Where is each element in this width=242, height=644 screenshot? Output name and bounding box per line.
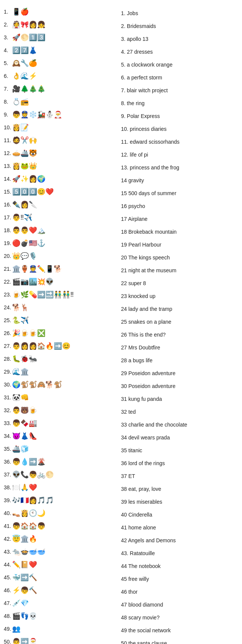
answer-text: 21 night at the museum <box>121 266 176 275</box>
answer-item: 20 The kings speech <box>121 251 240 264</box>
answer-text: 14 gravity <box>121 176 144 185</box>
item-number: 15. <box>4 187 12 196</box>
item-number: 32. <box>4 406 12 415</box>
answer-item: 27 Mrs Doubtfire <box>121 341 240 354</box>
answer-item: 4. 27 dresses <box>121 45 240 58</box>
item-emoji: 👦💧➡️🌋 <box>12 457 115 467</box>
answer-item: 16 psycho <box>121 200 240 213</box>
list-item: 35.🚢🧊 <box>4 444 115 457</box>
list-item: 15.5️⃣0️⃣0️⃣😊❤️ <box>4 187 115 200</box>
list-item: 40.👡👸🕙🌙 <box>4 508 115 521</box>
answer-text: 1. Jobs <box>121 9 138 18</box>
answer-item: 49 the social network <box>121 624 240 637</box>
item-number: 46. <box>4 586 12 595</box>
item-number: 24. <box>4 303 12 312</box>
item-emoji: 😈👗👠 <box>12 431 115 441</box>
item-emoji: 🐼👊 <box>12 393 115 402</box>
item-number: 4. <box>4 46 12 55</box>
item-emoji: 🍺🌿💊➡️🔜👬👬‼️ <box>12 290 115 299</box>
answer-text: 3. apollo 13 <box>121 34 148 43</box>
answer-text: 29 Poseidon adventure <box>121 369 175 378</box>
answer-text: 4. 27 dresses <box>121 47 153 56</box>
item-number: 27. <box>4 341 12 351</box>
answer-item: 13. princess and the frog <box>121 161 240 174</box>
list-item: 21.🏛️🏺👮✏️📱🐕 <box>4 264 115 277</box>
list-item: 4.2️⃣7️⃣👗 <box>4 45 115 58</box>
answer-item: 6. a perfect storm <box>121 71 240 84</box>
item-emoji: 👨➡️🎅 <box>12 637 115 644</box>
item-number: 14. <box>4 174 12 183</box>
list-item: 28.🐛🐞🐜 <box>4 354 115 367</box>
list-item: 14.🚀✨👩🌍 <box>4 174 115 187</box>
item-emoji: 👨‼️✈️ <box>12 213 115 222</box>
answer-item: 31 kung fu panda <box>121 393 240 405</box>
list-item: 42.😇🏛️🔥 <box>4 534 115 547</box>
answer-item: 45 free willy <box>121 573 240 585</box>
answer-text: 25 snakes on a plane <box>121 317 171 326</box>
emoji-column: 1.📱🍎2.👰🎀👩👧3.🚀🌕1️⃣3️⃣4.2️⃣7️⃣👗5.🕰️🔧🍊6.👌🌊⚡… <box>0 4 117 644</box>
item-emoji: 🐛🐞🐜 <box>12 354 115 364</box>
list-item: 12.🥧🚢🐯 <box>4 148 115 161</box>
answer-text: 20 The kings speech <box>121 253 170 262</box>
list-item: 6.👌🌊⚡ <box>4 71 115 84</box>
answer-text: 2. Bridesmaids <box>121 22 156 31</box>
item-emoji: ✒️👩🔪 <box>12 200 115 209</box>
item-number: 36. <box>4 457 12 466</box>
answer-item: 29 Poseidon adventure <box>121 367 240 380</box>
item-number: 10. <box>4 123 12 132</box>
list-item: 13.👸🐸👑 <box>4 161 115 174</box>
list-item: 11.🧔✂️🙌 <box>4 135 115 148</box>
answer-item: 12. life of pi <box>121 148 240 161</box>
item-number: 17. <box>4 213 12 222</box>
list-item: 45.🐳➡️🔨 <box>4 573 115 585</box>
list-item: 31.🐼👊 <box>4 393 115 405</box>
answer-text: 7. blair witch project <box>121 86 168 95</box>
answer-text: 41 home alone <box>121 523 156 532</box>
answer-text: 6. a perfect storm <box>121 73 162 82</box>
answer-text: 17 Airplane <box>121 214 147 223</box>
answer-item: 22 super 8 <box>121 277 240 290</box>
answer-text: 47 blood diamond <box>121 600 163 609</box>
answer-text: 18 Brokeback mountain <box>121 227 177 236</box>
list-item: 50.👨➡️🎅 <box>4 637 115 644</box>
answer-text: 39 les miserables <box>121 497 162 506</box>
item-emoji: 🎉🍺🍺❎ <box>12 329 115 338</box>
item-number: 18. <box>4 226 12 235</box>
item-emoji: 👡👸🕙🌙 <box>12 509 115 518</box>
item-number: 33. <box>4 419 12 428</box>
item-number: 20. <box>4 251 12 261</box>
item-number: 12. <box>4 149 12 158</box>
list-item: 29.🌊🏛️ <box>4 367 115 380</box>
answer-text: 32 ted <box>121 407 136 416</box>
answer-text: 40 Cinderella <box>121 510 152 519</box>
list-item: 41.👦🏠🏠👦 <box>4 521 115 534</box>
item-number: 43. <box>4 547 12 556</box>
answer-text: 43. Ratatouille <box>121 549 155 558</box>
item-number: 30. <box>4 380 12 389</box>
answer-text: 13. princess and the frog <box>121 163 179 172</box>
answer-item: 2. Bridesmaids <box>121 20 240 33</box>
item-emoji: 👽📞👦🚲🌕 <box>12 470 115 480</box>
list-item: 7.🎥🌲🎄🎄 <box>4 84 115 97</box>
item-number: 2. <box>4 20 12 29</box>
item-emoji: 🕰️🔧🍊 <box>12 59 115 68</box>
answer-item: 21 night at the museum <box>121 264 240 277</box>
answer-text: 31 kung fu panda <box>121 394 162 403</box>
list-item: 17.👨‼️✈️ <box>4 213 115 225</box>
item-emoji: 🔴💣🇺🇸⚓ <box>12 239 115 248</box>
item-emoji: ⚡👦🔨 <box>12 586 115 595</box>
item-number: 41. <box>4 521 12 531</box>
item-emoji: 👥 <box>12 624 115 634</box>
item-emoji: 💍📻 <box>12 97 115 107</box>
item-emoji: 😇🏛️🔥 <box>12 534 115 544</box>
list-item: 16.✒️👩🔪 <box>4 200 115 213</box>
item-number: 45. <box>4 573 12 582</box>
item-number: 11. <box>4 136 12 145</box>
list-item: 18.👨👨❤️🏔️ <box>4 225 115 238</box>
answer-text: 34 devil wears prada <box>121 433 170 442</box>
item-emoji: ✏️📔❤️ <box>12 560 115 570</box>
answer-text: 11. edward scissorhands <box>121 137 180 146</box>
item-emoji: 🎥🌲🎄🎄 <box>12 84 115 94</box>
item-emoji: 5️⃣0️⃣0️⃣😊❤️ <box>12 187 115 197</box>
answer-text: 46 thor <box>121 587 138 596</box>
